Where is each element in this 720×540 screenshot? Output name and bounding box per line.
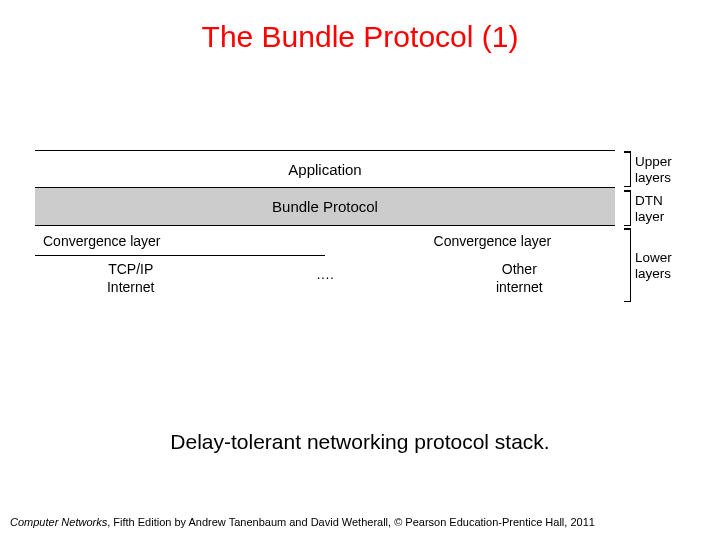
bracket-dtn [630,190,631,226]
other-internet: Other internet [424,256,615,296]
book-title: Computer Networks [10,516,107,528]
other-label: Other [502,261,537,277]
figure-caption: Delay-tolerant networking protocol stack… [0,430,720,454]
application-layer: Application [35,150,615,188]
stack-container: Application Bundle Protocol Convergence … [35,150,615,304]
citation-rest: , Fifth Edition by Andrew Tanenbaum and … [107,516,595,528]
page-title: The Bundle Protocol (1) [0,0,720,54]
internet-label: Internet [107,279,154,295]
dtn-layer-label: DTNlayer [635,193,664,225]
footer-citation: Computer Networks, Fifth Edition by Andr… [10,516,595,528]
internet-row: TCP/IP Internet …. Other internet [35,256,615,304]
internet-label-2: internet [496,279,543,295]
convergence-layer-left: Convergence layer [35,226,325,256]
bracket-upper [630,151,631,187]
upper-layers-label: Upperlayers [635,154,672,186]
tcpip-label: TCP/IP [108,261,153,277]
convergence-layer-right: Convergence layer [424,226,615,256]
bundle-protocol-layer: Bundle Protocol [35,188,615,226]
tcpip-internet: TCP/IP Internet [35,256,226,296]
convergence-row: Convergence layer Convergence layer [35,226,615,256]
ellipsis: …. [226,256,423,282]
lower-layers-label: Lowerlayers [635,250,672,282]
bracket-lower [630,228,631,302]
protocol-stack-diagram: Application Bundle Protocol Convergence … [35,150,695,304]
